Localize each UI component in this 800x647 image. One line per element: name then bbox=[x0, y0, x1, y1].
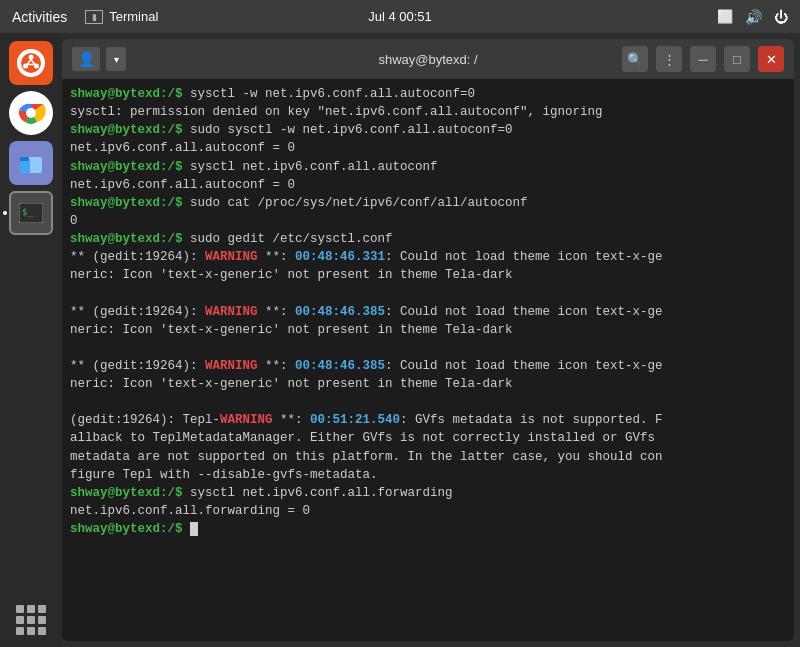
line-17: neric: Icon 'text-x-generic' not present… bbox=[70, 375, 786, 393]
titlebar-controls: 🔍 ⋮ ─ □ ✕ bbox=[622, 46, 784, 72]
person-icon: 👤 bbox=[78, 51, 95, 67]
minimize-button[interactable]: ─ bbox=[690, 46, 716, 72]
prompt: shway@bytexd:/$ bbox=[70, 87, 190, 101]
svg-text:$_: $_ bbox=[22, 207, 33, 217]
cmd: sysctl net.ipv6.conf.all.autoconf bbox=[190, 160, 438, 174]
cmd: sudo sysctl -w net.ipv6.conf.all.autocon… bbox=[190, 123, 513, 137]
prompt: shway@bytexd:/$ bbox=[70, 196, 190, 210]
line-22: figure Tepl with --disable-gvfs-metadata… bbox=[70, 466, 786, 484]
line-16: ** (gedit:19264): WARNING **: 00:48:46.3… bbox=[70, 357, 786, 375]
apps-grid-icon bbox=[16, 605, 46, 635]
svg-point-6 bbox=[26, 108, 36, 118]
top-bar-left: Activities ▮ Terminal bbox=[12, 9, 158, 25]
terminal-window: 👤 ▾ shway@bytexd: / 🔍 ⋮ ─ □ bbox=[62, 39, 794, 641]
search-icon: 🔍 bbox=[627, 52, 643, 67]
line-4: net.ipv6.conf.all.autoconf = 0 bbox=[70, 139, 786, 157]
chrome-icon bbox=[15, 97, 47, 129]
minimize-icon: ─ bbox=[698, 52, 707, 67]
prompt: shway@bytexd:/$ bbox=[70, 232, 190, 246]
line-14: neric: Icon 'text-x-generic' not present… bbox=[70, 321, 786, 339]
line-6: net.ipv6.conf.all.autoconf = 0 bbox=[70, 176, 786, 194]
line-9: shway@bytexd:/$ sudo gedit /etc/sysctl.c… bbox=[70, 230, 786, 248]
profile-dropdown-button[interactable]: ▾ bbox=[106, 47, 126, 71]
terminal-content[interactable]: shway@bytexd:/$ sysctl -w net.ipv6.conf.… bbox=[62, 79, 794, 641]
line-12 bbox=[70, 284, 786, 302]
volume-icon[interactable]: 🔊 bbox=[745, 9, 762, 25]
line-10: ** (gedit:19264): WARNING **: 00:48:46.3… bbox=[70, 248, 786, 266]
cmd: sudo cat /proc/sys/net/ipv6/conf/all/aut… bbox=[190, 196, 528, 210]
search-button[interactable]: 🔍 bbox=[622, 46, 648, 72]
line-20: allback to TeplMetadataManager. Either G… bbox=[70, 429, 786, 447]
dock: $_ bbox=[0, 33, 62, 647]
maximize-button[interactable]: □ bbox=[724, 46, 750, 72]
maximize-icon: □ bbox=[733, 52, 741, 67]
kebab-icon: ⋮ bbox=[663, 52, 676, 67]
dock-apps-grid-button[interactable] bbox=[16, 605, 46, 635]
terminal-window-title: shway@bytexd: / bbox=[378, 52, 477, 67]
terminal-taskbar-label: Terminal bbox=[109, 9, 158, 24]
cmd: sysctl net.ipv6.conf.all.forwarding bbox=[190, 486, 453, 500]
line-15 bbox=[70, 339, 786, 357]
main-layout: $_ 👤 ▾ shway@bytexd: / bbox=[0, 33, 800, 647]
line-2: sysctl: permission denied on key "net.ip… bbox=[70, 103, 786, 121]
close-button[interactable]: ✕ bbox=[758, 46, 784, 72]
cmd: sudo gedit /etc/sysctl.conf bbox=[190, 232, 393, 246]
power-icon[interactable]: ⏻ bbox=[774, 9, 788, 25]
profile-button[interactable]: 👤 bbox=[72, 47, 100, 71]
cursor bbox=[190, 522, 198, 536]
files-icon bbox=[17, 149, 45, 177]
line-25: shway@bytexd:/$ bbox=[70, 520, 786, 538]
activities-button[interactable]: Activities bbox=[12, 9, 67, 25]
titlebar-left: 👤 ▾ bbox=[72, 47, 126, 71]
line-8: 0 bbox=[70, 212, 786, 230]
dock-item-ubuntu[interactable] bbox=[9, 41, 53, 85]
line-7: shway@bytexd:/$ sudo cat /proc/sys/net/i… bbox=[70, 194, 786, 212]
line-11: neric: Icon 'text-x-generic' not present… bbox=[70, 266, 786, 284]
close-icon: ✕ bbox=[766, 52, 777, 67]
svg-rect-9 bbox=[20, 157, 29, 161]
chevron-down-icon: ▾ bbox=[114, 54, 119, 65]
prompt: shway@bytexd:/$ bbox=[70, 522, 190, 536]
terminal-titlebar: 👤 ▾ shway@bytexd: / 🔍 ⋮ ─ □ bbox=[62, 39, 794, 79]
line-5: shway@bytexd:/$ sysctl net.ipv6.conf.all… bbox=[70, 158, 786, 176]
svg-rect-8 bbox=[20, 159, 30, 173]
ubuntu-logo-icon bbox=[17, 49, 45, 77]
prompt: shway@bytexd:/$ bbox=[70, 123, 190, 137]
line-21: metadata are not supported on this platf… bbox=[70, 448, 786, 466]
terminal-taskbar-item[interactable]: ▮ Terminal bbox=[85, 9, 158, 24]
dock-active-indicator bbox=[3, 211, 7, 215]
dock-item-chrome[interactable] bbox=[9, 91, 53, 135]
datetime-display: Jul 4 00:51 bbox=[368, 9, 432, 24]
terminal-icon: $_ bbox=[19, 203, 43, 223]
prompt: shway@bytexd:/$ bbox=[70, 160, 190, 174]
line-3: shway@bytexd:/$ sudo sysctl -w net.ipv6.… bbox=[70, 121, 786, 139]
line-13: ** (gedit:19264): WARNING **: 00:48:46.3… bbox=[70, 303, 786, 321]
line-19: (gedit:19264): Tepl-WARNING **: 00:51:21… bbox=[70, 411, 786, 429]
dock-item-files[interactable] bbox=[9, 141, 53, 185]
menu-button[interactable]: ⋮ bbox=[656, 46, 682, 72]
cmd: sysctl -w net.ipv6.conf.all.autoconf=0 bbox=[190, 87, 475, 101]
top-bar: Activities ▮ Terminal Jul 4 00:51 ⬜ 🔊 ⏻ bbox=[0, 0, 800, 33]
line-18 bbox=[70, 393, 786, 411]
line-23: shway@bytexd:/$ sysctl net.ipv6.conf.all… bbox=[70, 484, 786, 502]
line-1: shway@bytexd:/$ sysctl -w net.ipv6.conf.… bbox=[70, 85, 786, 103]
svg-point-1 bbox=[29, 55, 34, 60]
dock-item-terminal[interactable]: $_ bbox=[9, 191, 53, 235]
line-24: net.ipv6.conf.all.forwarding = 0 bbox=[70, 502, 786, 520]
terminal-taskbar-icon: ▮ bbox=[85, 10, 103, 24]
top-bar-right-icons: ⬜ 🔊 ⏻ bbox=[717, 9, 788, 25]
screen-icon[interactable]: ⬜ bbox=[717, 9, 733, 24]
prompt: shway@bytexd:/$ bbox=[70, 486, 190, 500]
